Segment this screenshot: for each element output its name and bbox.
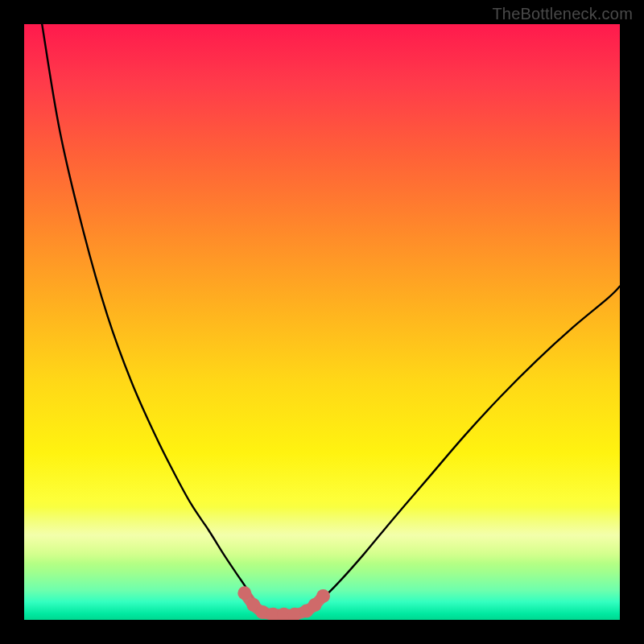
watermark-text: TheBottleneck.com: [492, 5, 633, 23]
bottleneck-curve: [24, 24, 620, 620]
trough-marker: [316, 589, 330, 603]
curve-right-branch: [310, 287, 620, 609]
curve-left-branch: [42, 24, 259, 608]
plot-area: [24, 24, 620, 620]
trough-marker: [237, 586, 251, 600]
chart-frame: TheBottleneck.com: [0, 0, 644, 644]
